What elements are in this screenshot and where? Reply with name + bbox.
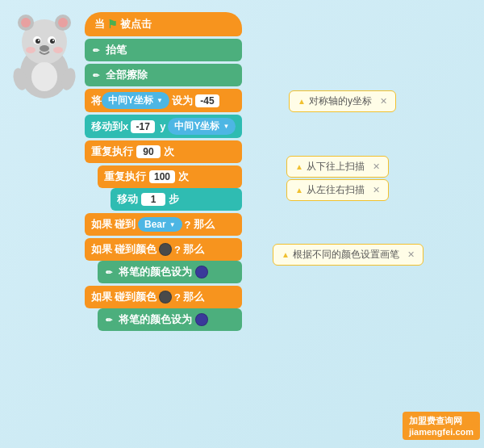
if-color1-block[interactable]: 如果 碰到颜色 ? 那么 bbox=[85, 238, 242, 261]
svg-point-9 bbox=[50, 39, 55, 44]
bear-name-input[interactable]: Bear ▼ bbox=[138, 217, 182, 232]
annotation-4: 根据不同的颜色设置画笔 ✕ bbox=[273, 244, 424, 266]
hat-label: 当 bbox=[94, 17, 105, 31]
touch-color2-label: 碰到颜色 bbox=[115, 290, 156, 304]
dropdown-arrow2: ▼ bbox=[223, 123, 229, 130]
annotation-3: 从左往右扫描 ✕ bbox=[286, 179, 389, 201]
annotation-2: 从下往上扫描 ✕ bbox=[286, 156, 389, 178]
move-unit: 步 bbox=[169, 192, 179, 207]
annotation-2-close[interactable]: ✕ bbox=[373, 161, 380, 172]
annotation-1-close[interactable]: ✕ bbox=[380, 96, 387, 107]
then2-label: 那么 bbox=[183, 242, 204, 257]
hat-suffix: 被点击 bbox=[120, 17, 152, 31]
set-to-label: 设为 bbox=[172, 94, 193, 108]
svg-point-8 bbox=[35, 39, 40, 44]
pen-icon2: ✏ bbox=[102, 266, 115, 278]
touch-color1-label: 碰到颜色 bbox=[115, 242, 156, 257]
annotation-4-text: 根据不同的颜色设置画笔 bbox=[293, 248, 399, 262]
pen-icon: ✏ bbox=[90, 44, 102, 57]
annotation-1-text: 对称轴的y坐标 bbox=[309, 94, 372, 108]
move-label: 移动 bbox=[117, 192, 138, 207]
y-value-input[interactable]: -45 bbox=[195, 94, 219, 107]
annotation-2-text: 从下往上扫描 bbox=[307, 160, 365, 174]
x-value-input[interactable]: -17 bbox=[131, 120, 155, 133]
color-dot-1[interactable] bbox=[159, 243, 172, 256]
scratch-container: 当 ⚑ 被点击 ✏ 抬笔 ✏ 全部擦除 将 中间Y坐标 ▼ 设为 -45 移动到… bbox=[0, 0, 484, 448]
set-pen-color1-label: 将笔的颜色设为 bbox=[119, 265, 192, 279]
touch-label: 碰到 bbox=[115, 217, 136, 232]
repeat1-block[interactable]: 重复执行 90 次 bbox=[85, 140, 242, 163]
repeat2-label: 重复执行 bbox=[104, 170, 146, 184]
svg-point-10 bbox=[38, 40, 40, 41]
clear-all-label: 全部擦除 bbox=[106, 68, 148, 82]
repeat2-block[interactable]: 重复执行 100 次 bbox=[98, 165, 242, 188]
middle-y-input[interactable]: 中间Y坐标 ▼ bbox=[102, 92, 169, 109]
annotation-3-close[interactable]: ✕ bbox=[373, 185, 380, 195]
move-to-block[interactable]: 移动到x -17 y 中间Y坐标 ▼ bbox=[85, 115, 242, 138]
if-bear-block[interactable]: 如果 碰到 Bear ▼ ? 那么 bbox=[85, 213, 242, 236]
move-to-label: 移动到x bbox=[91, 119, 128, 134]
then3-label: 那么 bbox=[183, 290, 204, 304]
repeat2-unit: 次 bbox=[178, 170, 189, 184]
eraser-icon: ✏ bbox=[90, 69, 102, 82]
svg-point-17 bbox=[31, 62, 57, 91]
repeat1-unit: 次 bbox=[164, 144, 174, 159]
svg-point-5 bbox=[58, 18, 68, 27]
set-label: 将 bbox=[91, 94, 102, 108]
set-pen-color2-block[interactable]: ✏ 将笔的颜色设为 bbox=[98, 308, 242, 331]
dropdown-arrow: ▼ bbox=[156, 97, 163, 104]
bear-character-topleft bbox=[8, 8, 81, 105]
repeat2-value[interactable]: 100 bbox=[149, 170, 175, 183]
qmark2: ? bbox=[174, 244, 181, 256]
middle-y2-input[interactable]: 中间Y坐标 ▼ bbox=[168, 118, 236, 135]
lift-pen-block[interactable]: ✏ 抬笔 bbox=[85, 39, 242, 61]
svg-point-14 bbox=[53, 47, 63, 53]
clear-all-block[interactable]: ✏ 全部擦除 bbox=[85, 64, 242, 86]
if2-label: 如果 bbox=[91, 242, 112, 257]
hat-block[interactable]: 当 ⚑ 被点击 bbox=[85, 12, 242, 36]
set-pen-color2-label: 将笔的颜色设为 bbox=[119, 312, 192, 327]
if-color2-block[interactable]: 如果 碰到颜色 ? 那么 bbox=[85, 286, 242, 308]
qmark3: ? bbox=[174, 291, 181, 304]
color-dot-4[interactable] bbox=[195, 313, 208, 326]
color-dot-2[interactable] bbox=[195, 266, 208, 278]
lift-pen-label: 抬笔 bbox=[106, 43, 127, 57]
pen-icon3: ✏ bbox=[102, 313, 115, 326]
blocks-area: 当 ⚑ 被点击 ✏ 抬笔 ✏ 全部擦除 将 中间Y坐标 ▼ 设为 -45 移动到… bbox=[85, 12, 242, 331]
bear-dropdown-arrow: ▼ bbox=[169, 221, 176, 228]
watermark: 加盟费查询网jiamengfei.com bbox=[403, 412, 480, 440]
svg-point-12 bbox=[40, 45, 49, 52]
repeat1-value[interactable]: 90 bbox=[136, 145, 161, 158]
y-label: y bbox=[160, 120, 165, 132]
set-pen-color1-block[interactable]: ✏ 将笔的颜色设为 bbox=[98, 261, 242, 283]
svg-point-13 bbox=[26, 47, 35, 53]
if1-label: 如果 bbox=[91, 217, 112, 232]
move-value[interactable]: 1 bbox=[141, 193, 165, 206]
set-y-block[interactable]: 将 中间Y坐标 ▼ 设为 -45 bbox=[85, 89, 242, 112]
svg-point-4 bbox=[21, 18, 31, 27]
annotation-1: 对称轴的y坐标 ✕ bbox=[289, 90, 396, 112]
qmark1: ? bbox=[185, 219, 191, 231]
annotation-3-text: 从左往右扫描 bbox=[307, 183, 365, 197]
then1-label: 那么 bbox=[194, 217, 215, 232]
move-step-block[interactable]: 移动 1 步 bbox=[111, 188, 242, 211]
flag-icon: ⚑ bbox=[107, 18, 118, 31]
if3-label: 如果 bbox=[91, 290, 112, 304]
repeat1-label: 重复执行 bbox=[91, 144, 133, 159]
svg-point-11 bbox=[52, 40, 54, 41]
annotation-4-close[interactable]: ✕ bbox=[407, 249, 415, 260]
color-dot-3[interactable] bbox=[159, 291, 172, 304]
